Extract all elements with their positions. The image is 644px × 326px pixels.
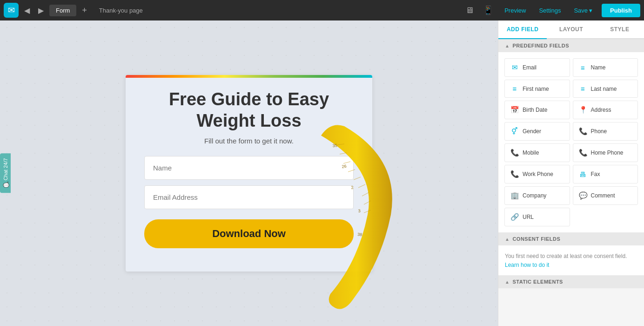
field-first-name-label: First name bbox=[523, 86, 549, 92]
field-address[interactable]: 📍 Address bbox=[573, 101, 638, 119]
field-mobile[interactable]: 📞 Mobile bbox=[504, 143, 570, 162]
name-icon: ≡ bbox=[579, 64, 587, 72]
consent-section: You first need to create at least one co… bbox=[498, 245, 644, 275]
first-name-icon: ≡ bbox=[510, 85, 519, 93]
tab-add-field[interactable]: ADD FIELD bbox=[498, 20, 547, 39]
field-fax-label: Fax bbox=[591, 171, 600, 177]
svg-text:38: 38 bbox=[357, 232, 362, 237]
field-work-phone-label: Work Phone bbox=[523, 171, 553, 177]
field-gender-label: Gender bbox=[523, 128, 541, 135]
static-arrow-icon: ▲ bbox=[505, 279, 510, 285]
email-input[interactable] bbox=[144, 185, 354, 209]
field-company[interactable]: 🏢 Company bbox=[504, 186, 570, 205]
field-birth-date-label: Birth Date bbox=[523, 107, 547, 113]
last-name-icon: ≡ bbox=[579, 85, 587, 93]
consent-text: You first need to create at least one co… bbox=[505, 252, 637, 260]
field-work-phone[interactable]: 📞 Work Phone bbox=[504, 165, 570, 183]
field-gender[interactable]: ⚥ Gender bbox=[504, 122, 570, 141]
rainbow-bar bbox=[126, 75, 372, 78]
field-phone[interactable]: 📞 Phone bbox=[573, 122, 638, 141]
forward-button[interactable]: ▶ bbox=[35, 4, 47, 17]
tab-layout[interactable]: LAYOUT bbox=[547, 20, 595, 38]
company-icon: 🏢 bbox=[510, 191, 519, 200]
svg-line-1 bbox=[340, 153, 347, 154]
tab-thankyou[interactable]: Thank-you page bbox=[93, 5, 149, 16]
home-phone-icon: 📞 bbox=[579, 149, 587, 157]
panel-tabs: ADD FIELD LAYOUT STYLE bbox=[498, 20, 644, 39]
field-last-name[interactable]: ≡ Last name bbox=[573, 80, 638, 98]
svg-line-4 bbox=[354, 177, 361, 180]
birth-date-icon: 📅 bbox=[510, 106, 519, 114]
static-elements-header: ▲ STATIC ELEMENTS bbox=[498, 275, 644, 288]
right-panel: ADD FIELD LAYOUT STYLE ▲ PREDEFINED FIEL… bbox=[498, 20, 644, 326]
back-button[interactable]: ◀ bbox=[21, 4, 33, 17]
publish-button[interactable]: Publish bbox=[602, 4, 640, 17]
consent-fields-header: ▲ CONSENT FIELDS bbox=[498, 232, 644, 245]
predefined-arrow-icon: ▲ bbox=[505, 43, 510, 48]
svg-line-8 bbox=[364, 210, 371, 213]
chat-widget[interactable]: 💬 Chat 24/7 bbox=[0, 154, 11, 193]
field-url-label: URL bbox=[523, 214, 534, 220]
form-title: Free Guide to Easy Weight Loss bbox=[144, 89, 354, 131]
field-last-name-label: Last name bbox=[591, 86, 617, 92]
fax-icon: 🖷 bbox=[579, 170, 587, 178]
field-phone-label: Phone bbox=[591, 128, 607, 135]
tab-form[interactable]: Form bbox=[49, 5, 76, 16]
field-address-label: Address bbox=[591, 107, 611, 113]
name-input[interactable] bbox=[144, 156, 354, 180]
field-email[interactable]: ✉ Email bbox=[504, 58, 570, 77]
desktop-view-button[interactable]: 🖥 bbox=[463, 4, 476, 17]
fields-grid: ✉ Email ≡ Name ≡ First name ≡ Last name … bbox=[498, 52, 644, 232]
comment-icon: 💬 bbox=[579, 191, 587, 200]
form-card: 35 26 2 3 38 Free Guide to Easy Weight L… bbox=[126, 75, 372, 272]
address-icon: 📍 bbox=[579, 106, 587, 114]
mobile-view-button[interactable]: 📱 bbox=[481, 3, 495, 17]
main-layout: 💬 Chat 24/7 bbox=[0, 20, 644, 326]
svg-line-6 bbox=[362, 192, 369, 196]
topbar: ✉ ◀ ▶ Form + Thank-you page 🖥 📱 Preview … bbox=[0, 0, 644, 20]
email-icon: ✉ bbox=[510, 63, 519, 72]
consent-arrow-icon: ▲ bbox=[505, 237, 510, 242]
field-home-phone-label: Home Phone bbox=[591, 149, 624, 156]
predefined-fields-header: ▲ PREDEFINED FIELDS bbox=[498, 39, 644, 52]
field-fax[interactable]: 🖷 Fax bbox=[573, 165, 638, 183]
settings-button[interactable]: Settings bbox=[535, 5, 564, 16]
field-email-label: Email bbox=[523, 64, 537, 71]
field-home-phone[interactable]: 📞 Home Phone bbox=[573, 143, 638, 162]
svg-line-7 bbox=[364, 201, 371, 204]
save-button[interactable]: Save ▾ bbox=[570, 5, 596, 16]
gender-icon: ⚥ bbox=[510, 127, 519, 136]
tab-style[interactable]: STYLE bbox=[596, 20, 644, 38]
consent-learn-link[interactable]: Learn how to do it bbox=[505, 262, 549, 268]
field-comment[interactable]: 💬 Comment bbox=[573, 186, 638, 205]
field-mobile-label: Mobile bbox=[523, 149, 539, 156]
field-name[interactable]: ≡ Name bbox=[573, 58, 638, 77]
url-icon: 🔗 bbox=[510, 213, 519, 221]
field-name-label: Name bbox=[591, 64, 606, 71]
form-subtitle: Fill out the form to get it now. bbox=[144, 137, 354, 145]
download-button[interactable]: Download Now bbox=[144, 219, 354, 248]
phone-icon: 📞 bbox=[579, 127, 587, 136]
work-phone-icon: 📞 bbox=[510, 170, 519, 178]
field-company-label: Company bbox=[523, 192, 546, 199]
field-url[interactable]: 🔗 URL bbox=[504, 208, 570, 226]
field-comment-label: Comment bbox=[591, 192, 615, 199]
field-birth-date[interactable]: 📅 Birth Date bbox=[504, 101, 570, 119]
preview-button[interactable]: Preview bbox=[501, 5, 530, 16]
add-tab-button[interactable]: + bbox=[79, 6, 90, 15]
canvas-area: 💬 Chat 24/7 bbox=[0, 20, 498, 326]
field-first-name[interactable]: ≡ First name bbox=[504, 80, 570, 98]
mobile-icon: 📞 bbox=[510, 149, 519, 157]
topbar-right: 🖥 📱 Preview Settings Save ▾ Publish bbox=[463, 3, 640, 17]
svg-text:3: 3 bbox=[358, 208, 361, 213]
app-logo: ✉ bbox=[4, 3, 19, 18]
svg-line-5 bbox=[358, 184, 365, 188]
